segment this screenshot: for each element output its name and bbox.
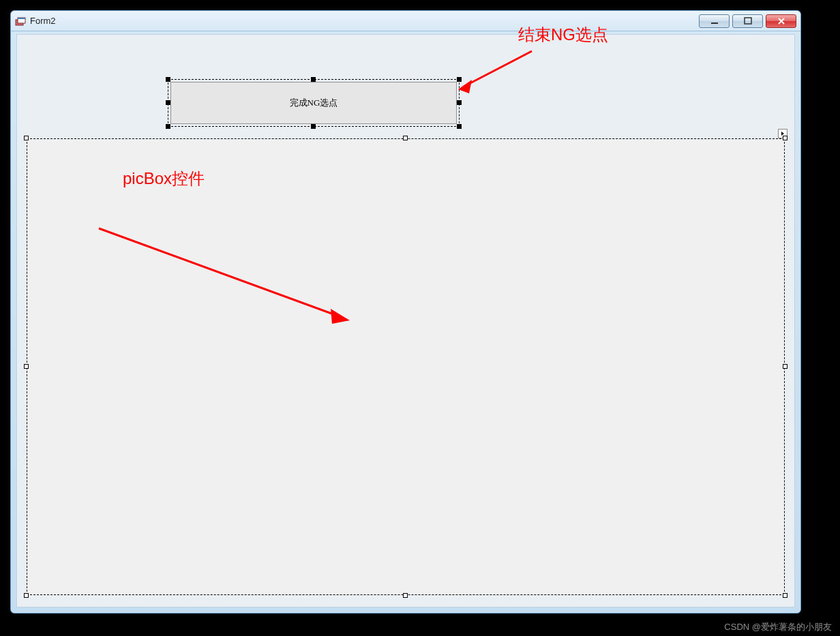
close-button[interactable]: [766, 14, 796, 28]
svg-line-10: [99, 228, 341, 317]
svg-line-8: [464, 51, 532, 87]
svg-rect-2: [18, 18, 25, 19]
resize-handle[interactable]: [166, 100, 170, 105]
resize-handle[interactable]: [166, 77, 170, 82]
picbox-control[interactable]: [27, 138, 785, 595]
resize-handle[interactable]: [457, 124, 462, 129]
arrow-icon: [92, 222, 358, 331]
resize-handle[interactable]: [24, 364, 29, 369]
selection-outline: [168, 79, 460, 127]
watermark-text: CSDN @爱炸薯条的小朋友: [724, 621, 832, 633]
minimize-button[interactable]: [699, 14, 730, 28]
svg-marker-11: [331, 309, 350, 324]
resize-handle[interactable]: [783, 136, 787, 140]
resize-handle[interactable]: [457, 100, 462, 105]
resize-handle[interactable]: [24, 593, 29, 598]
resize-handle[interactable]: [311, 77, 316, 82]
resize-handle[interactable]: [403, 593, 408, 598]
ng-button-control[interactable]: 完成NG选点: [170, 82, 457, 124]
svg-marker-9: [458, 80, 472, 93]
resize-handle[interactable]: [24, 136, 29, 140]
resize-handle[interactable]: [783, 593, 787, 598]
annotation-picbox-note: picBox控件: [123, 168, 205, 190]
picture-box[interactable]: [27, 138, 785, 595]
arrow-icon: [457, 44, 539, 99]
annotation-button-note: 结束NG选点: [518, 24, 608, 46]
svg-rect-4: [745, 18, 751, 24]
resize-handle[interactable]: [403, 136, 408, 140]
resize-handle[interactable]: [166, 124, 170, 129]
resize-handle[interactable]: [311, 124, 316, 129]
svg-rect-3: [711, 22, 718, 24]
resize-handle[interactable]: [783, 364, 787, 369]
app-icon: [15, 16, 26, 27]
maximize-button[interactable]: [732, 14, 763, 28]
titlebar[interactable]: Form2: [11, 11, 800, 31]
